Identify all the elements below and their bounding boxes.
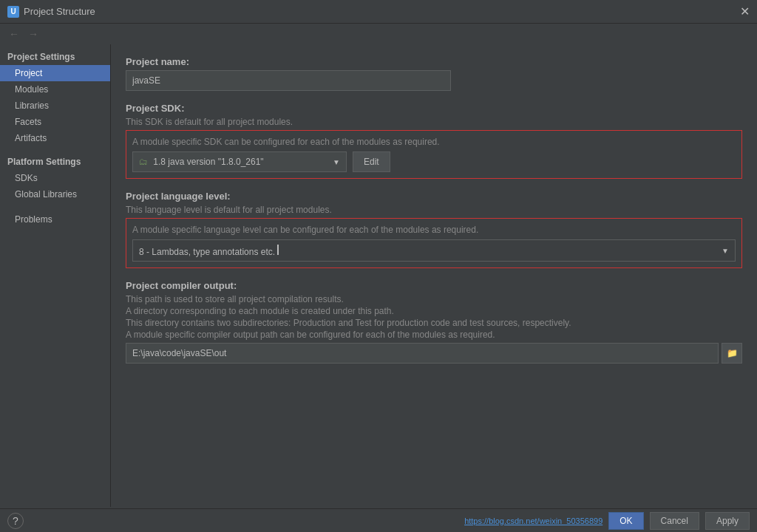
bottom-right-controls: https://blog.csdn.net/weixin_50356899 OK… xyxy=(464,512,750,530)
output-path-input[interactable] xyxy=(126,343,719,364)
project-sdk-group: Project SDK: This SDK is default for all… xyxy=(126,103,742,179)
compiler-desc2: A directory corresponding to each module… xyxy=(126,306,742,316)
sidebar-item-libraries[interactable]: Libraries xyxy=(0,98,110,114)
compiler-desc4: A module specific compiler output path c… xyxy=(126,330,742,340)
language-level-value: 8 - Lambdas, type annotations etc. xyxy=(139,247,275,257)
project-language-level-group: Project language level: This language le… xyxy=(126,191,742,268)
sidebar-item-modules[interactable]: Modules xyxy=(0,81,110,98)
sidebar-item-project[interactable]: Project xyxy=(0,65,110,81)
nav-arrows: ← → xyxy=(0,24,757,44)
language-red-box: A module specific language level can be … xyxy=(126,218,742,268)
main-layout: Project Settings Project Modules Librari… xyxy=(0,44,757,507)
language-dropdown-arrow: ▼ xyxy=(722,247,729,255)
forward-arrow[interactable]: → xyxy=(25,27,41,41)
sdk-row: 🗂 1.8 java version "1.8.0_261" ▼ Edit xyxy=(132,151,736,172)
sdk-dropdown[interactable]: 🗂 1.8 java version "1.8.0_261" ▼ xyxy=(132,151,347,172)
csdn-link[interactable]: https://blog.csdn.net/weixin_50356899 xyxy=(464,516,602,525)
sdk-icon: 🗂 xyxy=(139,157,148,167)
cursor xyxy=(277,245,279,255)
sidebar-item-facets[interactable]: Facets xyxy=(0,114,110,130)
platform-settings-header: Platform Settings xyxy=(0,152,110,170)
compiler-output-label: Project compiler output: xyxy=(126,280,742,291)
output-path-row: 📁 xyxy=(126,343,742,364)
language-level-dropdown[interactable]: 8 - Lambdas, type annotations etc. ▼ xyxy=(132,239,736,262)
window-title: Project Structure xyxy=(24,6,95,17)
sdk-dropdown-arrow: ▼ xyxy=(333,158,340,166)
project-settings-header: Project Settings xyxy=(0,47,110,65)
cancel-button[interactable]: Cancel xyxy=(650,512,699,530)
project-name-group: Project name: xyxy=(126,56,742,91)
sidebar: Project Settings Project Modules Librari… xyxy=(0,44,111,507)
sidebar-item-problems[interactable]: Problems xyxy=(0,211,110,228)
project-compiler-output-group: Project compiler output: This path is us… xyxy=(126,280,742,364)
sdk-desc1: This SDK is default for all project modu… xyxy=(126,117,742,127)
sdk-red-box: A module specific SDK can be configured … xyxy=(126,130,742,179)
project-name-input[interactable] xyxy=(126,70,451,91)
sdk-value: 1.8 java version "1.8.0_261" xyxy=(153,157,263,167)
apply-button[interactable]: Apply xyxy=(705,512,750,530)
compiler-desc3: This directory contains two subdirectori… xyxy=(126,318,742,328)
bottom-bar: ? https://blog.csdn.net/weixin_50356899 … xyxy=(0,508,757,532)
language-desc1: This language level is default for all p… xyxy=(126,205,742,215)
title-bar: U Project Structure ✕ xyxy=(0,0,757,24)
sdk-desc2: A module specific SDK can be configured … xyxy=(132,137,736,147)
back-arrow[interactable]: ← xyxy=(6,27,22,41)
language-desc2: A module specific language level can be … xyxy=(132,225,736,235)
compiler-desc1: This path is used to store all project c… xyxy=(126,294,742,304)
help-button[interactable]: ? xyxy=(7,513,24,529)
content-area: Project name: Project SDK: This SDK is d… xyxy=(111,44,757,507)
folder-browse-button[interactable]: 📁 xyxy=(722,343,742,364)
project-sdk-label: Project SDK: xyxy=(126,103,742,114)
project-name-label: Project name: xyxy=(126,56,742,67)
project-language-level-label: Project language level: xyxy=(126,191,742,202)
app-icon: U xyxy=(7,6,19,18)
close-button[interactable]: ✕ xyxy=(740,6,750,18)
sdk-edit-button[interactable]: Edit xyxy=(353,151,390,172)
sidebar-item-sdks[interactable]: SDKs xyxy=(0,170,110,186)
sidebar-item-artifacts[interactable]: Artifacts xyxy=(0,130,110,146)
ok-button[interactable]: OK xyxy=(608,512,643,530)
sidebar-item-global-libraries[interactable]: Global Libraries xyxy=(0,186,110,202)
